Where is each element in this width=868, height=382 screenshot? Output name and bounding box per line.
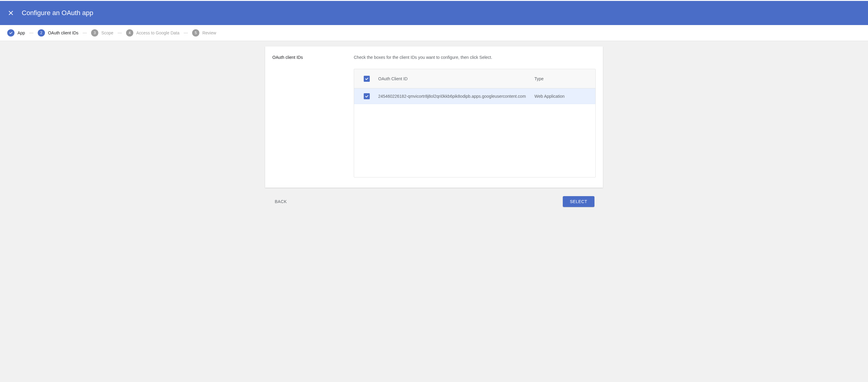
select-button[interactable]: Select — [563, 196, 594, 207]
step-label: Access to Google Data — [136, 30, 180, 35]
close-button[interactable] — [7, 9, 14, 17]
check-icon — [365, 94, 369, 98]
main-content: OAuth client IDs Check the boxes for the… — [0, 41, 868, 382]
client-type-value: Web Application — [534, 94, 586, 99]
step-label: App — [18, 30, 25, 35]
client-id-value: 245460226182-qmvicortr8j8ol2qri0kkb6pik8… — [378, 94, 534, 99]
dialog-header: Configure an OAuth app — [0, 1, 868, 25]
check-icon — [365, 77, 369, 81]
panel-title: OAuth client IDs — [272, 55, 348, 60]
config-card: OAuth client IDs Check the boxes for the… — [265, 47, 603, 188]
close-icon — [8, 10, 14, 16]
step-label: Review — [203, 30, 216, 35]
step-review[interactable]: 5 Review — [192, 29, 216, 36]
step-number-icon: 2 — [38, 29, 45, 36]
column-header-id: OAuth Client ID — [378, 76, 534, 81]
step-label: OAuth client IDs — [48, 30, 79, 35]
table-row[interactable]: 245460226182-qmvicortr8j8ol2qri0kkb6pik8… — [354, 88, 595, 104]
back-button[interactable]: Back — [274, 196, 294, 207]
row-checkbox[interactable] — [364, 93, 370, 99]
step-app[interactable]: App — [7, 29, 25, 36]
select-all-checkbox[interactable] — [364, 76, 370, 82]
action-bar: Back Select — [265, 196, 603, 207]
client-id-table: OAuth Client ID Type 245460226182-qmvico… — [354, 69, 596, 177]
column-header-type: Type — [534, 76, 586, 81]
instructions-text: Check the boxes for the client IDs you w… — [354, 55, 596, 60]
stepper: App 2 OAuth client IDs 3 Scope 4 Access … — [0, 25, 868, 41]
step-access-google-data[interactable]: 4 Access to Google Data — [126, 29, 180, 36]
table-header: OAuth Client ID Type — [354, 69, 595, 88]
step-number-icon: 4 — [126, 29, 133, 36]
step-number-icon: 5 — [192, 29, 199, 36]
step-number-icon: 3 — [91, 29, 98, 36]
step-oauth-client-ids[interactable]: 2 OAuth client IDs — [38, 29, 79, 36]
dialog-title: Configure an OAuth app — [22, 9, 93, 17]
step-scope[interactable]: 3 Scope — [91, 29, 114, 36]
step-label: Scope — [101, 30, 114, 35]
check-icon — [7, 29, 14, 36]
